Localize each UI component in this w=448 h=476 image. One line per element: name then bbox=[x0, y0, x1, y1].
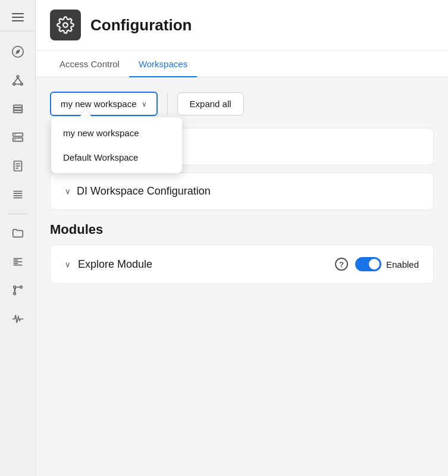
svg-line-6 bbox=[18, 77, 21, 83]
chevron-down-icon: ∨ bbox=[142, 100, 147, 108]
svg-line-5 bbox=[14, 77, 17, 83]
workspace-dropdown-label: my new workspace bbox=[61, 99, 137, 109]
controls-row: my new workspace ∨ my new workspace Defa… bbox=[50, 92, 434, 116]
sidebar-item-server[interactable] bbox=[5, 124, 31, 151]
gear-icon bbox=[57, 16, 74, 34]
main-area: Configuration Access Control Workspaces … bbox=[36, 0, 448, 476]
workspace-dropdown[interactable]: my new workspace ∨ my new workspace Defa… bbox=[50, 92, 158, 116]
sidebar-item-layers[interactable] bbox=[5, 96, 31, 122]
toggle-wrapper: Enabled bbox=[355, 257, 419, 271]
sidebar-item-pulse[interactable] bbox=[5, 306, 31, 332]
svg-point-13 bbox=[14, 134, 15, 136]
thin-sidebar bbox=[0, 0, 36, 476]
svg-point-34 bbox=[63, 23, 68, 27]
chevron-down-icon: ∨ bbox=[65, 260, 71, 269]
sidebar-item-folder[interactable] bbox=[5, 220, 31, 246]
header-icon-box bbox=[50, 10, 81, 40]
svg-rect-8 bbox=[13, 105, 22, 108]
svg-point-30 bbox=[13, 293, 15, 295]
expand-all-button[interactable]: Expand all bbox=[177, 92, 244, 115]
sidebar-item-list[interactable] bbox=[5, 181, 31, 208]
di-workspace-section-title: DI Workspace Configuration bbox=[77, 185, 211, 198]
content-area: my new workspace ∨ my new workspace Defa… bbox=[36, 77, 448, 476]
di-workspace-section-header[interactable]: ∨ DI Workspace Configuration bbox=[51, 173, 433, 209]
page-title: Configuration bbox=[90, 16, 192, 35]
svg-rect-12 bbox=[12, 138, 23, 142]
modules-heading: Modules bbox=[50, 222, 434, 237]
dropdown-option-default-workspace[interactable]: Default Workspace bbox=[51, 145, 182, 170]
sidebar-item-lines[interactable] bbox=[5, 249, 31, 275]
explore-module-card: ∨ Explore Module ? Enabled bbox=[50, 245, 434, 284]
hamburger-icon[interactable] bbox=[12, 13, 24, 21]
chevron-down-icon: ∨ bbox=[65, 187, 71, 196]
svg-point-29 bbox=[20, 286, 22, 289]
svg-point-14 bbox=[14, 139, 15, 140]
svg-rect-10 bbox=[13, 111, 22, 113]
sidebar-item-compass[interactable] bbox=[5, 39, 31, 65]
svg-marker-1 bbox=[15, 49, 20, 54]
workspace-dropdown-menu: my new workspace Default Workspace bbox=[51, 117, 182, 173]
sidebar-item-branch[interactable] bbox=[5, 277, 31, 303]
sidebar-item-network[interactable] bbox=[5, 67, 31, 93]
controls-divider bbox=[167, 93, 168, 115]
svg-rect-9 bbox=[13, 108, 22, 110]
explore-module-title: Explore Module bbox=[78, 258, 328, 271]
hamburger-button[interactable] bbox=[0, 7, 35, 32]
explore-module-toggle[interactable] bbox=[355, 257, 381, 271]
di-workspace-section-card: ∨ DI Workspace Configuration bbox=[50, 173, 434, 210]
help-icon[interactable]: ? bbox=[335, 258, 348, 271]
explore-module-header[interactable]: ∨ Explore Module ? Enabled bbox=[51, 245, 433, 283]
header: Configuration bbox=[36, 0, 448, 51]
svg-point-2 bbox=[17, 76, 19, 78]
toggle-label: Enabled bbox=[386, 259, 419, 270]
tabs-bar: Access Control Workspaces bbox=[36, 51, 448, 77]
tab-access-control[interactable]: Access Control bbox=[50, 51, 129, 77]
tab-workspaces[interactable]: Workspaces bbox=[129, 51, 197, 77]
sidebar-item-doc[interactable] bbox=[5, 153, 31, 179]
dropdown-option-my-workspace[interactable]: my new workspace bbox=[51, 121, 182, 145]
sidebar-divider-1 bbox=[8, 214, 27, 214]
svg-rect-11 bbox=[12, 133, 23, 137]
